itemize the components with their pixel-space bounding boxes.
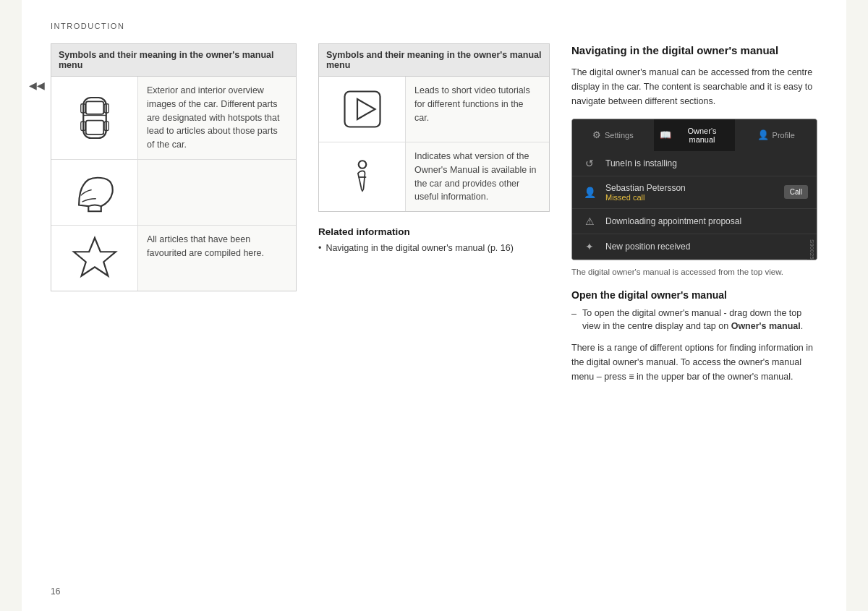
display-item-call: 👤 Sebastian Petersson Missed call Call <box>572 176 817 209</box>
svg-point-11 <box>358 161 366 168</box>
owners-manual-bold: Owner's manual <box>731 321 801 331</box>
right-column: Navigating in the digital owner's manual… <box>571 43 817 394</box>
left-column: Symbols and their meaning in the owner's… <box>51 43 297 394</box>
svg-rect-0 <box>83 98 106 138</box>
info-icon <box>337 152 388 202</box>
related-section: Related information • Navigating in the … <box>318 226 550 253</box>
tab-settings[interactable]: ⚙ Settings <box>572 119 654 151</box>
table-row: Leads to short video tutorials for diffe… <box>319 77 549 142</box>
intro-label: INTRODUCTION <box>51 22 817 30</box>
car-display: ⚙ Settings 📖 Owner's manual 👤 Profile <box>571 119 817 260</box>
download-content: Downloading appointment proposal <box>605 216 808 226</box>
open-instruction: – To open the digital owner's manual - d… <box>571 307 817 334</box>
tab-owners-manual-label: Owner's manual <box>675 127 730 144</box>
display-item-download: ⚠ Downloading appointment proposal <box>572 209 817 234</box>
play-icon-cell <box>319 77 406 142</box>
page: ◀◀ INTRODUCTION Symbols and their meanin… <box>22 0 846 611</box>
svg-rect-2 <box>85 120 103 134</box>
star-text: All articles that have been favourited a… <box>138 226 296 291</box>
related-item: • Navigating in the digital owner's manu… <box>318 243 550 253</box>
open-instruction-text: To open the digital owner's manual - dra… <box>582 307 817 334</box>
tunein-content: TuneIn is installing <box>605 158 808 168</box>
display-item-tunein: ↺ TuneIn is installing <box>572 151 817 176</box>
tunein-title: TuneIn is installing <box>605 158 808 168</box>
left-table-header: Symbols and their meaning in the owner's… <box>51 44 296 77</box>
settings-icon: ⚙ <box>592 129 601 140</box>
missed-call-label: Missed call <box>605 193 777 202</box>
download-title: Downloading appointment proposal <box>605 216 808 226</box>
info-icon-cell <box>319 142 406 211</box>
seat-text <box>138 160 296 225</box>
related-item-text: Navigating in the digital owner's manual… <box>326 243 513 253</box>
tab-profile-label: Profile <box>773 131 795 140</box>
display-items: ↺ TuneIn is installing 👤 Sebastian Peter… <box>572 151 817 260</box>
position-content: New position received <box>605 242 808 252</box>
dash-symbol: – <box>571 307 576 334</box>
mid-symbol-table: Symbols and their meaning in the owner's… <box>318 43 550 212</box>
tab-owners-manual[interactable]: 📖 Owner's manual <box>654 119 736 151</box>
seat-icon <box>69 167 120 218</box>
info-text: Indicates what version of the Owner's Ma… <box>406 142 549 211</box>
menu-symbol: ≡ <box>629 372 634 382</box>
mid-table-header: Symbols and their meaning in the owner's… <box>319 44 549 77</box>
content-area: Symbols and their meaning in the owner's… <box>51 43 817 394</box>
call-title: Sebastian Petersson <box>605 183 777 193</box>
person-icon: 👤 <box>581 187 598 198</box>
main-section-heading: Navigating in the digital owner's manual <box>571 43 817 58</box>
tab-settings-label: Settings <box>605 131 634 140</box>
bottom-text: There is a range of different options fo… <box>571 341 817 384</box>
svg-marker-10 <box>357 99 375 119</box>
bullet-dot: • <box>318 243 321 253</box>
display-id: S90025 <box>807 238 817 260</box>
nav-arrow[interactable]: ◀◀ <box>29 80 45 91</box>
tunein-icon: ↺ <box>581 158 598 169</box>
play-text: Leads to short video tutorials for diffe… <box>406 77 549 142</box>
star-icon <box>69 233 120 283</box>
table-row: Indicates what version of the Owner's Ma… <box>319 142 549 211</box>
page-number: 16 <box>51 586 60 597</box>
call-content: Sebastian Petersson Missed call <box>605 183 777 202</box>
display-top-bar: ⚙ Settings 📖 Owner's manual 👤 Profile <box>572 119 817 151</box>
main-section-text: The digital owner's manual can be access… <box>571 65 817 108</box>
tab-profile[interactable]: 👤 Profile <box>735 119 817 151</box>
car-top-text: Exterior and interior overview images of… <box>138 77 296 159</box>
related-heading: Related information <box>318 226 550 237</box>
play-icon <box>337 84 388 134</box>
open-heading: Open the digital owner's manual <box>571 289 817 301</box>
profile-icon: 👤 <box>757 129 769 140</box>
star-icon-cell <box>51 226 138 291</box>
table-row: All articles that have been favourited a… <box>51 226 296 291</box>
table-row <box>51 160 296 226</box>
car-top-icon <box>69 93 120 143</box>
table-row: Exterior and interior overview images of… <box>51 77 296 160</box>
position-icon: ✦ <box>581 241 598 252</box>
display-caption: The digital owner's manual is accessed f… <box>571 266 817 278</box>
book-icon: 📖 <box>660 129 671 140</box>
download-icon: ⚠ <box>581 215 598 227</box>
mid-column: Symbols and their meaning in the owner's… <box>318 43 550 394</box>
svg-marker-8 <box>74 238 116 276</box>
left-symbol-table: Symbols and their meaning in the owner's… <box>51 43 297 291</box>
position-title: New position received <box>605 242 808 252</box>
svg-rect-1 <box>85 101 103 114</box>
seat-icon-cell <box>51 160 138 225</box>
call-button[interactable]: Call <box>784 185 808 199</box>
display-item-position: ✦ New position received <box>572 234 817 260</box>
car-top-icon-cell <box>51 77 138 159</box>
